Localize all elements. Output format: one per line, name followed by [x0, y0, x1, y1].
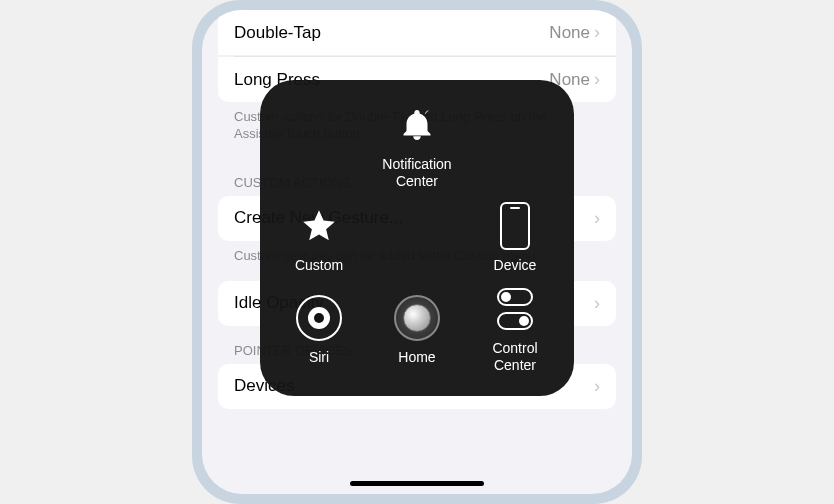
home-button-icon [394, 295, 440, 341]
at-home[interactable]: Home [368, 284, 466, 376]
assistive-touch-menu: Notification Center Custom Device [260, 80, 574, 396]
star-icon [296, 203, 342, 249]
home-indicator [350, 481, 484, 486]
at-empty-cell [270, 100, 368, 192]
at-label: Custom [295, 257, 343, 274]
setting-value: › [594, 208, 600, 229]
chevron-right-icon: › [594, 376, 600, 397]
setting-value: None › [549, 22, 600, 43]
siri-icon [296, 295, 342, 341]
control-center-icon [492, 286, 538, 332]
at-label: Notification Center [382, 156, 451, 190]
at-label: Control Center [492, 340, 537, 374]
at-label: Siri [309, 349, 329, 366]
chevron-right-icon: › [594, 208, 600, 229]
setting-row-double-tap[interactable]: Double-Tap None › [218, 10, 616, 55]
at-control-center[interactable]: Control Center [466, 284, 564, 376]
setting-label: Double-Tap [234, 23, 321, 43]
setting-value-text: None [549, 23, 590, 43]
bell-icon [394, 102, 440, 148]
at-label: Home [398, 349, 435, 366]
chevron-right-icon: › [594, 69, 600, 90]
at-label: Device [494, 257, 537, 274]
at-device[interactable]: Device [466, 192, 564, 284]
chevron-right-icon: › [594, 22, 600, 43]
at-siri[interactable]: Siri [270, 284, 368, 376]
phone-device-icon [492, 203, 538, 249]
setting-value: › [594, 293, 600, 314]
at-notification-center[interactable]: Notification Center [368, 100, 466, 192]
chevron-right-icon: › [594, 293, 600, 314]
at-custom[interactable]: Custom [270, 192, 368, 284]
phone-frame: Double-Tap None › Long Press None › Cust… [192, 0, 642, 504]
at-empty-cell [466, 100, 564, 192]
at-empty-cell [368, 192, 466, 284]
phone-screen: Double-Tap None › Long Press None › Cust… [202, 10, 632, 494]
setting-value: › [594, 376, 600, 397]
